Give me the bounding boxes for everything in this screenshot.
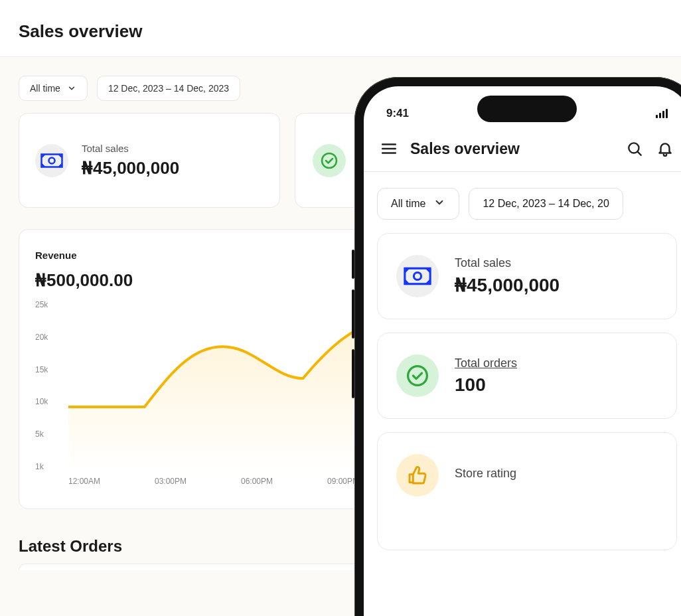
mobile-kpi-total-orders: Total orders 100 (377, 333, 677, 419)
cash-icon (35, 144, 68, 177)
mobile-kpi-total-sales: Total sales ₦45,000,000 (377, 233, 677, 319)
mobile-date-range-label: 12 Dec, 2023 – 14 Dec, 20 (483, 198, 609, 210)
svg-point-9 (414, 272, 421, 279)
mobile-kpi-orders-value: 100 (455, 374, 517, 396)
mobile-kpi-orders-label: Total orders (455, 356, 517, 370)
mobile-clock: 9:41 (386, 107, 409, 120)
chevron-down-icon (433, 196, 445, 211)
kpi-total-sales-label: Total sales (82, 143, 179, 154)
check-circle-icon (313, 144, 346, 177)
svg-line-7 (638, 152, 641, 155)
mobile-time-filter-label: All time (391, 198, 425, 210)
page-title: Sales overview (0, 0, 681, 56)
time-filter[interactable]: All time (19, 76, 88, 101)
mobile-date-range-filter[interactable]: 12 Dec, 2023 – 14 Dec, 20 (469, 188, 623, 220)
date-range-label: 12 Dec, 2023 – 14 Dec, 2023 (108, 83, 229, 94)
check-circle-icon (396, 354, 439, 397)
cash-icon (396, 255, 439, 297)
chart-y-axis: 25k 20k 15k 10k 5k 1k (35, 300, 66, 471)
mobile-kpi-store-rating: Store rating (377, 432, 677, 550)
svg-point-2 (322, 153, 337, 168)
mobile-time-filter[interactable]: All time (377, 188, 459, 220)
svg-rect-0 (42, 154, 62, 167)
search-icon[interactable] (625, 139, 644, 158)
chevron-down-icon (67, 84, 76, 93)
time-filter-label: All time (30, 83, 60, 94)
mobile-kpi-sales-label: Total sales (455, 256, 560, 270)
svg-point-1 (49, 157, 55, 163)
bell-icon[interactable] (656, 139, 674, 158)
svg-rect-8 (405, 268, 430, 283)
date-range-filter[interactable]: 12 Dec, 2023 – 14 Dec, 2023 (97, 76, 240, 101)
svg-point-10 (408, 366, 427, 386)
mobile-kpi-sales-value: ₦45,000,000 (455, 274, 560, 296)
thumbs-up-icon (396, 454, 439, 497)
kpi-total-sales-value: ₦45,000,000 (82, 158, 179, 179)
mobile-page-title: Sales overview (410, 140, 613, 158)
mobile-kpi-rating-label: Store rating (455, 467, 516, 481)
menu-icon[interactable] (380, 139, 398, 158)
kpi-card-total-sales: Total sales ₦45,000,000 (19, 113, 280, 208)
mobile-preview: 9:41 Sales overview All time (354, 77, 681, 616)
phone-notch (477, 96, 577, 122)
signal-icon (656, 109, 668, 118)
